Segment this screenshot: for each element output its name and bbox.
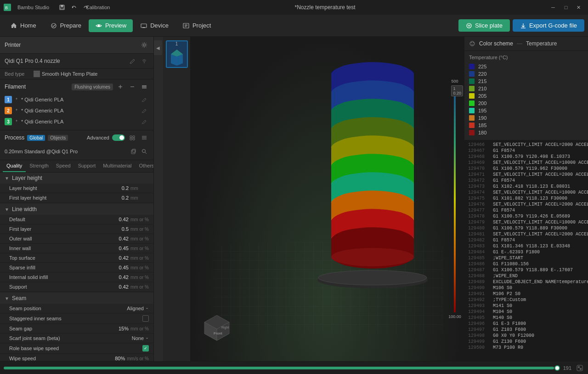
wifi-icon[interactable] <box>140 56 149 66</box>
layer-height-value[interactable]: 0.2 <box>108 185 129 191</box>
printer-settings-icon[interactable] <box>140 40 149 50</box>
seam-gap-value[interactable]: 15% <box>108 326 129 331</box>
gcode-line: 129472G1 F8574 <box>466 178 586 184</box>
advanced-toggle[interactable] <box>112 134 125 141</box>
filament-add-icon[interactable] <box>116 82 125 91</box>
printer-edit-icon[interactable] <box>128 56 137 66</box>
first-layer-label: First layer <box>9 226 108 232</box>
project-btn[interactable]: Project <box>176 19 217 32</box>
first-layer-value[interactable]: 0.5 <box>108 226 129 232</box>
collapse-sidebar[interactable]: ◀ <box>154 37 163 361</box>
prepare-btn[interactable]: Prepare <box>44 19 88 32</box>
calibration-btn[interactable]: Calibration <box>93 3 102 12</box>
home-btn[interactable]: Home <box>4 19 43 32</box>
preview-btn[interactable]: Preview <box>89 19 133 32</box>
gcode-line: 129475G1 X101.882 Y118.123 F30000 <box>466 195 586 201</box>
group-header-seam[interactable]: ▼ Seam <box>0 293 153 304</box>
svg-rect-3 <box>61 5 63 7</box>
model-viewport[interactable]: Front Right 500 100.00 1 0.20 <box>191 37 464 361</box>
gcode-line: 129470G1 X100.579 Y119.962 F30000 <box>466 166 586 172</box>
inner-wall-unit: mm or % <box>130 246 149 251</box>
internal-solid-unit: mm or % <box>130 275 149 280</box>
tab-multimaterial[interactable]: Multimaterial <box>99 160 135 172</box>
filament-edit-1-icon[interactable] <box>140 95 149 104</box>
support-value[interactable]: 0.42 <box>108 284 129 290</box>
undo-icon[interactable] <box>69 3 79 12</box>
main-toolbar: Home Prepare Preview Device Project Slic… <box>0 15 588 37</box>
printer-section-header[interactable]: Printer <box>0 37 153 54</box>
list-item: 190 <box>469 114 583 122</box>
tab-strength[interactable]: Strength <box>26 160 52 172</box>
outer-wall-label: Outer wall <box>9 236 108 241</box>
process-view-icon[interactable] <box>128 133 137 142</box>
filament-edit-3-icon[interactable] <box>140 117 149 126</box>
temp-val-205: 205 <box>478 93 486 99</box>
outer-wall-value[interactable]: 0.42 <box>108 236 129 241</box>
group-header-linewidth[interactable]: ▼ Line width <box>0 204 153 215</box>
tag-global-btn[interactable]: Global <box>27 135 45 141</box>
close-btn[interactable]: ✕ <box>573 3 584 12</box>
process-list-icon[interactable] <box>140 133 149 142</box>
thumbnail-1[interactable]: 1 <box>166 40 188 68</box>
list-item: 210 <box>469 85 583 92</box>
svg-text:Front: Front <box>214 331 222 335</box>
seam-position-label: Seam position <box>9 306 127 311</box>
view-cube[interactable]: Front Right <box>200 308 234 343</box>
filament-edit-2-icon[interactable] <box>140 106 149 115</box>
gcode-line: 129466SET_VELOCITY_LIMIT ACCEL=2000 ACCE… <box>466 142 586 148</box>
list-item: 3 * * Qidi Generic PLA <box>5 116 149 127</box>
tab-others[interactable]: Others <box>136 160 154 172</box>
filament-settings-icon[interactable] <box>140 82 149 91</box>
profile-search-icon[interactable] <box>140 147 149 156</box>
collapse-icon[interactable]: ◀ <box>154 40 162 55</box>
top-surface-value[interactable]: 0.42 <box>108 255 129 261</box>
menu-file[interactable]: Bambu Studio <box>15 4 52 11</box>
first-layer-height-value[interactable]: 0.2 <box>108 195 129 201</box>
viewport-settings-icon[interactable] <box>575 363 584 373</box>
role-base-checkbox[interactable]: ✓ <box>142 345 149 352</box>
tag-objects-btn[interactable]: Objects <box>48 135 68 141</box>
bed-type-value[interactable]: Smooth High Temp Plate <box>34 71 97 77</box>
profile-copy-icon[interactable] <box>129 147 138 156</box>
filament-remove-icon[interactable] <box>128 82 137 91</box>
slice-btn[interactable]: Slice plate <box>458 19 510 32</box>
group-header-layer[interactable]: ▼ Layer height <box>0 173 153 184</box>
internal-solid-value[interactable]: 0.42 <box>108 274 129 280</box>
layer-slider[interactable]: 500 100.00 1 0.20 <box>446 37 464 361</box>
seam-position-select[interactable]: Aligned <box>127 306 149 311</box>
progress-track[interactable] <box>4 367 560 369</box>
minimize-btn[interactable]: ─ <box>548 3 559 12</box>
device-btn[interactable]: Device <box>134 19 175 32</box>
wipe-speed-value[interactable]: 80% <box>104 356 125 361</box>
setting-seam-position: Seam position Aligned <box>0 304 153 313</box>
maximize-btn[interactable]: □ <box>560 3 571 12</box>
layer-height-group: ▼ Layer height Layer height 0.2 mm First… <box>0 173 153 203</box>
svg-rect-63 <box>578 366 580 368</box>
printer-name-row: Qidi Q1 Pro 0.4 nozzle <box>0 54 153 69</box>
default-value[interactable]: 0.42 <box>108 217 129 222</box>
svg-point-18 <box>144 62 145 63</box>
setting-wipe-speed: Wipe speed 80% mm/s or % <box>0 354 153 361</box>
top-surface-label: Top surface <box>9 255 108 261</box>
gcode-line: 129468G1 X100.579 Y120.498 E.10373 <box>466 154 586 160</box>
save-icon[interactable] <box>57 3 67 12</box>
progress-thumb[interactable] <box>554 365 560 371</box>
color-scheme-label: Color scheme <box>479 40 513 47</box>
tab-speed[interactable]: Speed <box>52 160 74 172</box>
scarf-joint-select[interactable]: None <box>132 335 149 341</box>
sparse-infill-label: Sparse infill <box>9 265 108 270</box>
titlebar-menu: Bambu Studio <box>15 4 52 11</box>
temp-color-215 <box>469 78 475 84</box>
staggered-checkbox[interactable] <box>142 315 149 322</box>
gcode-line: 129482G1 F8574 <box>466 237 586 243</box>
flushing-volumes-btn[interactable]: Flushing volumes <box>72 84 113 90</box>
inner-wall-value[interactable]: 0.45 <box>108 246 129 251</box>
gcode-panel[interactable]: 129466SET_VELOCITY_LIMIT ACCEL=2000 ACCE… <box>464 140 588 361</box>
sparse-infill-value[interactable]: 0.45 <box>108 265 129 270</box>
export-gcode-btn[interactable]: Export G-code file <box>513 19 584 32</box>
temp-items: 225 220 215 210 205 <box>469 63 583 136</box>
tab-quality[interactable]: Quality <box>3 160 26 172</box>
setting-default: Default 0.42 mm or % <box>0 215 153 224</box>
svg-rect-24 <box>142 87 147 88</box>
tab-support[interactable]: Support <box>74 160 100 172</box>
